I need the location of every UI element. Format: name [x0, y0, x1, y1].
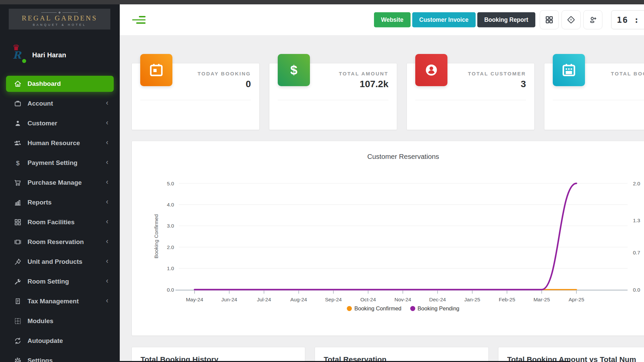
sidebar-item-settings[interactable]: Settings [6, 353, 114, 362]
apps-grid-button[interactable] [540, 10, 559, 29]
legend-label: Booking Pending [418, 305, 460, 312]
sidebar-item-payment-setting[interactable]: $Payment Setting‹ [6, 155, 114, 171]
topbar-actions: WebsiteCustomer InvoiceBooking Report16 … [374, 10, 644, 29]
card-total-booking-amount-vs-total-num: Total Booking Amount vs Total Num [498, 347, 644, 362]
sidebar-item-label: Human Resource [28, 139, 80, 147]
svg-text:May-24: May-24 [186, 297, 203, 302]
sidebar-item-dashboard[interactable]: Dashboard [6, 76, 114, 92]
compass-icon [567, 15, 576, 24]
wrench-icon [13, 277, 22, 286]
topbar: WebsiteCustomer InvoiceBooking Report16 … [120, 4, 644, 35]
sidebar: REGAL GARDENS BANQUET & HOTEL ♛ R Hari H… [0, 4, 120, 362]
svg-text:5.0: 5.0 [167, 181, 174, 186]
website-button[interactable]: Website [374, 12, 411, 27]
sidebar-item-customer[interactable]: Customer‹ [6, 115, 114, 131]
svg-text:2.0: 2.0 [167, 244, 174, 250]
sidebar-item-label: Reports [28, 199, 52, 206]
sidebar-item-label: Unit and Products [28, 258, 83, 265]
chevron-left-icon: ‹ [106, 297, 108, 304]
svg-text:Feb-25: Feb-25 [499, 297, 515, 302]
stat-text: TODAY BOOKING0 [198, 71, 251, 89]
svg-text:1.3: 1.3 [633, 218, 640, 223]
stat-card-total-customer: TOTAL CUSTOMER3 [407, 63, 535, 130]
svg-text:2.0: 2.0 [633, 181, 640, 186]
sidebar-item-room-facilities[interactable]: Room Facilities‹ [6, 214, 114, 230]
svg-text:$: $ [290, 63, 297, 77]
chevron-left-icon: ‹ [106, 218, 108, 225]
compass-button[interactable] [561, 10, 581, 29]
card-title: Total Booking Amount vs Total Num [498, 347, 644, 362]
stat-text: TOTAL AMOUNT107.2k [339, 71, 388, 89]
svg-text:Jul-24: Jul-24 [257, 297, 271, 302]
sidebar-item-tax-management[interactable]: Tax Management‹ [6, 293, 114, 309]
user-icon [13, 119, 22, 128]
sidebar-item-modules[interactable]: Modules [6, 313, 114, 329]
sidebar-item-label: Settings [28, 357, 53, 362]
customer-invoice-button[interactable]: Customer Invoice [412, 12, 476, 27]
chevron-left-icon: ‹ [106, 257, 108, 265]
add-user-button[interactable] [583, 10, 602, 29]
svg-text:Jun-24: Jun-24 [221, 297, 237, 302]
home-icon [13, 79, 22, 88]
svg-text:Mar-25: Mar-25 [533, 297, 550, 302]
sidebar-item-purchase-manage[interactable]: Purchase Manage‹ [6, 175, 114, 191]
sidebar-item-human-resource[interactable]: Human Resource‹ [6, 135, 114, 151]
clock-display: 16 : 5 [611, 10, 644, 29]
users-icon [13, 139, 22, 147]
svg-text:0.7: 0.7 [633, 250, 640, 255]
sidebar-item-label: Payment Setting [28, 159, 77, 167]
chevron-left-icon: ‹ [106, 198, 108, 205]
stat-divider [278, 100, 388, 100]
chevron-left-icon: ‹ [106, 159, 108, 166]
svg-text:0.0: 0.0 [633, 287, 640, 293]
cart-icon [13, 178, 22, 187]
stat-divider [140, 100, 251, 100]
legend-dot-icon [347, 306, 352, 311]
chevron-left-icon: ‹ [106, 139, 108, 146]
stat-divider [553, 100, 644, 100]
svg-text:Dec-24: Dec-24 [429, 297, 446, 302]
refresh-icon [13, 337, 22, 345]
sidebar-item-label: Customer [28, 120, 57, 127]
stat-label: TOTAL CUSTOMER [468, 71, 526, 76]
stat-text: TOTAL BOOKING [611, 71, 644, 79]
pin-icon [13, 257, 22, 266]
person-tile-icon-tile [415, 54, 447, 86]
svg-text:Jan-25: Jan-25 [464, 297, 480, 302]
booking-report-button[interactable]: Booking Report [477, 12, 535, 27]
svg-text:Nov-24: Nov-24 [394, 297, 411, 302]
legend-booking-pending[interactable]: Booking Pending [410, 305, 460, 312]
sidebar-item-room-reservation[interactable]: Room Reservation‹ [6, 234, 114, 250]
avatar: ♛ R [10, 46, 28, 64]
sidebar-item-reports[interactable]: Reports‹ [6, 194, 114, 210]
legend-booking-confirmed[interactable]: Booking Confirmed [347, 305, 401, 312]
bar-chart-icon [13, 198, 22, 207]
stat-label: TOTAL AMOUNT [339, 71, 388, 76]
user-name: Hari Haran [32, 51, 66, 59]
modules-icon [13, 317, 22, 325]
grid-icon [13, 218, 22, 227]
calendar-dots-icon-tile [553, 54, 585, 86]
dollar-icon: $ [13, 159, 22, 167]
sidebar-item-unit-and-products[interactable]: Unit and Products‹ [6, 254, 114, 270]
dollar-tile-icon-tile: $ [278, 54, 310, 86]
logo-flourish-ornament [41, 12, 78, 13]
sidebar-item-room-setting[interactable]: Room Setting‹ [6, 274, 114, 290]
menu-toggle-icon[interactable] [131, 15, 147, 25]
stat-text: TOTAL CUSTOMER3 [468, 71, 526, 89]
svg-text:0.0: 0.0 [167, 287, 174, 293]
apps-grid-icon [545, 15, 554, 24]
screen: REGAL GARDENS BANQUET & HOTEL ♛ R Hari H… [0, 0, 644, 362]
reservation-icon [13, 238, 22, 246]
card-total-reservation: Total Reservation [315, 347, 489, 362]
stat-label: TOTAL BOOKING [611, 71, 644, 76]
gear-icon [13, 356, 22, 362]
stat-card-today-booking: TODAY BOOKING0 [131, 63, 260, 130]
svg-text:1.0: 1.0 [167, 265, 174, 271]
sidebar-item-autoupdate[interactable]: Autoupdate [6, 333, 114, 349]
sidebar-item-label: Account [28, 100, 53, 107]
legend-dot-icon [410, 306, 415, 311]
monogram-icon: R [13, 50, 21, 60]
user-profile[interactable]: ♛ R Hari Haran [0, 43, 120, 67]
sidebar-item-account[interactable]: Account‹ [6, 96, 114, 112]
